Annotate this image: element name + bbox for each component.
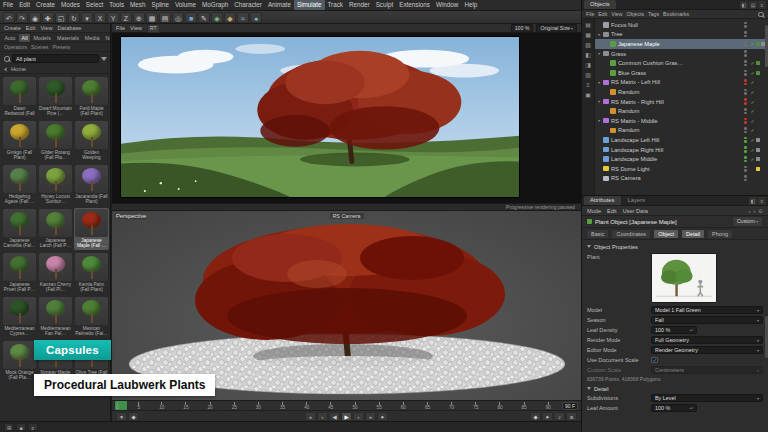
object-tags[interactable] xyxy=(756,148,766,152)
zoom-level-field[interactable]: 100 % xyxy=(511,24,534,33)
visibility-dots[interactable] xyxy=(744,156,747,162)
goto-start-button[interactable]: « xyxy=(305,412,316,421)
object-row[interactable]: Landscape Left Hill ✓ xyxy=(595,135,768,145)
render-visibility-dot[interactable] xyxy=(744,169,747,172)
tag-icon[interactable] xyxy=(761,80,765,84)
field-value[interactable]: Fall xyxy=(651,316,763,324)
object-manager-menu[interactable]: Tags xyxy=(648,11,659,17)
back-icon[interactable] xyxy=(4,67,8,71)
layout-objects-icon[interactable]: ▤ xyxy=(583,21,593,30)
enable-toggle[interactable]: ✓ xyxy=(749,70,756,76)
render-visibility-dot[interactable] xyxy=(744,83,747,86)
asset-browser-menu[interactable]: Edit xyxy=(26,25,36,31)
tag-icon[interactable] xyxy=(756,32,760,36)
attribute-tab[interactable]: Coordinates xyxy=(611,229,651,239)
tag-icon[interactable] xyxy=(761,148,765,152)
field-value[interactable]: Render Geometry xyxy=(651,346,763,354)
object-row[interactable]: RS Camera xyxy=(595,174,768,184)
tag-icon[interactable] xyxy=(761,157,765,161)
object-row[interactable]: ▾ RS Matrix - Left Hill ✓ xyxy=(595,78,768,88)
object-tags[interactable] xyxy=(756,100,766,104)
render-visibility-dot[interactable] xyxy=(744,35,747,38)
layout-left-icon[interactable]: ◧ xyxy=(583,51,593,60)
redo-icon[interactable]: ↷ xyxy=(16,12,28,23)
object-tags[interactable] xyxy=(756,109,766,113)
field-value[interactable]: Model 1 Fall Green xyxy=(651,306,763,314)
coordinate-system-toggle[interactable]: ⊕ xyxy=(133,12,145,23)
field-value[interactable]: By Level xyxy=(651,394,763,402)
layout-list-icon[interactable]: ≡ xyxy=(583,81,593,90)
next-frame-button[interactable]: › xyxy=(353,412,364,421)
tag-icon[interactable] xyxy=(756,100,760,104)
rt-toggle-button[interactable]: RT xyxy=(147,24,160,33)
menubar-item[interactable]: Extensions xyxy=(396,0,433,10)
visibility-dots[interactable] xyxy=(744,98,747,104)
asset-browser-menu[interactable]: Create xyxy=(4,25,21,31)
editor-visibility-dot[interactable] xyxy=(744,127,747,130)
object-manager-menu[interactable]: Edit xyxy=(598,11,607,17)
timeline-options-button[interactable]: ≡ xyxy=(566,412,577,421)
move-tool[interactable]: ✚ xyxy=(42,12,54,23)
object-manager-menu[interactable]: File xyxy=(586,11,594,17)
object-row[interactable]: Japanese Maple ✓ xyxy=(595,39,768,49)
object-tags[interactable] xyxy=(756,128,766,132)
panel-menu-icon[interactable]: ≡ xyxy=(758,197,766,205)
object-row[interactable]: Blue Grass ✓ xyxy=(595,68,768,78)
record-button[interactable]: ● xyxy=(377,412,388,421)
asset-item[interactable]: Kanzan Cherry (Fall Pl… xyxy=(38,252,73,294)
section-header[interactable]: Object Properties xyxy=(587,242,763,251)
layout-split-icon[interactable]: ▦ xyxy=(583,31,593,40)
menubar-item[interactable]: Window xyxy=(433,0,461,10)
asset-item[interactable]: Dwarf Mountain Pine (… xyxy=(38,76,73,118)
mode-menu[interactable]: Mode xyxy=(587,208,601,214)
attribute-tab[interactable]: Detail xyxy=(681,229,705,239)
render-settings-button[interactable]: ◎ xyxy=(172,12,184,23)
mode-menu[interactable]: User Data xyxy=(623,208,648,214)
field-menu[interactable]: ● xyxy=(250,12,262,23)
field-checkbox[interactable] xyxy=(651,357,658,364)
mograph-menu[interactable]: ◈ xyxy=(211,12,223,23)
autokey-button[interactable]: ● xyxy=(542,412,553,421)
tag-icon[interactable] xyxy=(756,42,760,46)
render-visibility-dot[interactable] xyxy=(744,112,747,115)
editor-visibility-dot[interactable] xyxy=(744,118,747,121)
tag-icon[interactable] xyxy=(761,100,765,104)
render-visibility-dot[interactable] xyxy=(744,73,747,76)
menubar-item[interactable]: File xyxy=(0,0,16,10)
visibility-dots[interactable] xyxy=(744,127,747,133)
editor-visibility-dot[interactable] xyxy=(744,98,747,101)
visibility-dots[interactable] xyxy=(744,31,747,37)
asset-item[interactable]: Japanese Larch (Fall P… xyxy=(38,208,73,250)
tag-icon[interactable] xyxy=(756,109,760,113)
filter-icon[interactable] xyxy=(101,57,107,61)
asset-browser-menu[interactable]: View xyxy=(40,25,52,31)
object-tags[interactable] xyxy=(756,176,766,180)
panel-menu-icon[interactable]: ≡ xyxy=(758,1,766,9)
visibility-dots[interactable] xyxy=(744,50,747,56)
marker-icon[interactable]: ◆ xyxy=(128,412,139,421)
tag-icon[interactable] xyxy=(756,80,760,84)
y-axis-lock[interactable]: Y xyxy=(107,12,119,23)
object-row[interactable]: Focus Null xyxy=(595,20,768,30)
editor-visibility-dot[interactable] xyxy=(744,41,747,44)
asset-item[interactable]: Golden Weeping Willo… xyxy=(74,120,109,162)
asset-browser-subtab[interactable]: Operators xyxy=(4,44,27,50)
menubar-item[interactable]: Character xyxy=(231,0,265,10)
tag-icon[interactable] xyxy=(761,109,765,113)
tag-icon[interactable] xyxy=(756,119,760,123)
breadcrumb[interactable]: Home xyxy=(11,66,26,72)
object-manager-menu[interactable]: View xyxy=(611,11,622,17)
field-value[interactable]: Full Geometry xyxy=(651,336,763,344)
asset-browser-tab[interactable]: Models xyxy=(31,34,53,42)
menubar-item[interactable]: Animate xyxy=(265,0,294,10)
editor-visibility-dot[interactable] xyxy=(744,108,747,111)
asset-browser-subtab[interactable]: Scenes xyxy=(31,44,48,50)
menubar-item[interactable]: Render xyxy=(346,0,373,10)
asset-item[interactable]: Japanese Camellia (Fal… xyxy=(2,208,37,250)
prev-frame-button[interactable]: ◀ xyxy=(329,412,340,421)
render-visibility-dot[interactable] xyxy=(744,54,747,57)
editor-visibility-dot[interactable] xyxy=(744,22,747,25)
object-row[interactable]: ▾ RS Matrix - Right Hill ✓ xyxy=(595,97,768,107)
enable-toggle[interactable]: ✓ xyxy=(749,156,756,162)
object-tags[interactable] xyxy=(756,80,766,84)
